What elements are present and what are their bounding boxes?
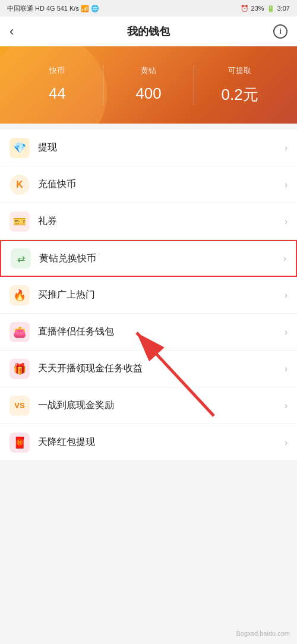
kuaib-label: 快币 (49, 65, 65, 76)
tianjian-label: 天降红包提现 (38, 436, 285, 449)
chongzhi-label: 充值快币 (38, 178, 285, 191)
status-right: ⏰ 23% 🔋 3:07 (241, 5, 290, 12)
chongzhi-arrow: › (285, 179, 287, 190)
tuiguang-label: 买推广上热门 (38, 289, 285, 301)
tiantian-icon: 🎁 (10, 359, 30, 379)
menu-item-zhibo[interactable]: 👛 直播伴侣任务钱包 › (0, 314, 297, 351)
carrier-text: 中国联通 (7, 4, 33, 13)
tixian-label: 提现 (38, 141, 285, 154)
tiantian-label: 天天开播领现金任务收益 (38, 362, 285, 375)
tixian-arrow: › (285, 143, 287, 153)
menu-item-yizhan[interactable]: VS 一战到底现金奖励 › (0, 387, 297, 424)
menu-list: 💎 提现 › K 充值快币 › 🎫 礼券 › ⇄ 黄钻兑换快币 › 🔥 买推广上… (0, 130, 297, 461)
zhibo-icon: 👛 (10, 322, 30, 342)
menu-item-huanduan[interactable]: ⇄ 黄钻兑换快币 › (0, 240, 297, 277)
huanduan-icon: ⇄ (11, 248, 31, 269)
back-button[interactable]: ‹ (10, 24, 31, 39)
huanduan-label: 黄钻兑换快币 (39, 252, 283, 265)
menu-item-tixian[interactable]: 💎 提现 › (0, 130, 297, 166)
menu-item-chongzhi[interactable]: K 充值快币 › (0, 166, 297, 203)
liquan-icon: 🎫 (10, 211, 30, 232)
stat-ketiqv: 可提取 0.2元 (194, 65, 285, 105)
huanduan-arrow: › (283, 253, 286, 264)
menu-item-tianjian[interactable]: 🧧 天降红包提现 › (0, 424, 297, 461)
signal-text: 541 K/s (57, 5, 79, 12)
huangzuan-value: 400 (135, 84, 161, 103)
watermark: Bogxsd.baidu.com (236, 630, 290, 637)
yizhan-icon: VS (10, 396, 30, 416)
network-text: HD 4G (35, 5, 55, 12)
wallet-stats: 快币 44 黄钻 400 可提取 0.2元 (12, 65, 285, 105)
tianjian-arrow: › (285, 437, 287, 448)
ketiqv-label: 可提取 (228, 65, 251, 76)
chongzhi-icon: K (10, 175, 30, 195)
huangzuan-label: 黄钻 (141, 65, 156, 76)
status-left: 中国联通 HD 4G 541 K/s 📶 🌐 (7, 4, 99, 13)
kuaib-value: 44 (49, 84, 66, 103)
info-button[interactable]: i (273, 24, 287, 39)
tiantian-arrow: › (285, 364, 287, 374)
tuiguang-icon: 🔥 (10, 285, 30, 305)
menu-item-tiantian[interactable]: 🎁 天天开播领现金任务收益 › (0, 351, 297, 387)
zhibo-arrow: › (285, 327, 287, 337)
yizhan-arrow: › (285, 400, 287, 411)
battery-icon: 🔋 (267, 5, 275, 12)
wifi-icon: 📶 (81, 5, 89, 12)
menu-item-liquan[interactable]: 🎫 礼券 › (0, 203, 297, 240)
info-button-container: i (266, 24, 287, 39)
liquan-arrow: › (285, 216, 287, 227)
tianjian-icon: 🧧 (10, 433, 30, 453)
tixian-icon: 💎 (10, 138, 30, 158)
nav-bar: ‹ 我的钱包 i (0, 17, 297, 46)
tuiguang-arrow: › (285, 290, 287, 301)
page-title: 我的钱包 (127, 24, 170, 39)
zhibo-label: 直播伴侣任务钱包 (38, 326, 285, 338)
battery-text: 23% (251, 5, 264, 12)
yizhan-label: 一战到底现金奖励 (38, 399, 285, 412)
status-bar: 中国联通 HD 4G 541 K/s 📶 🌐 ⏰ 23% 🔋 3:07 (0, 0, 297, 17)
stat-kuaib: 快币 44 (12, 65, 103, 105)
stat-huangzuan: 黄钻 400 (103, 65, 194, 105)
clock-icon: ⏰ (241, 5, 249, 12)
liquan-label: 礼券 (38, 215, 285, 228)
globe-icon: 🌐 (91, 5, 99, 12)
ketiqv-value: 0.2元 (222, 84, 258, 105)
menu-item-tuiguang[interactable]: 🔥 买推广上热门 › (0, 277, 297, 314)
wallet-banner: 快币 44 黄钻 400 可提取 0.2元 (0, 46, 297, 124)
time-text: 3:07 (277, 5, 290, 12)
